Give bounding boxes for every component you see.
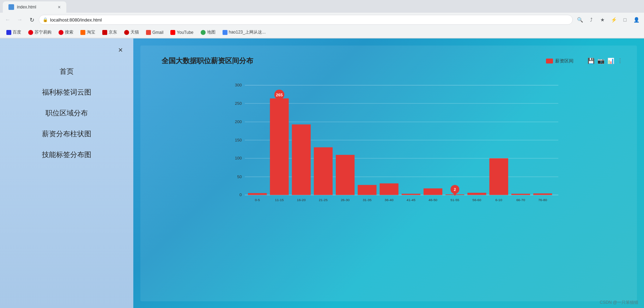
bookmark-hao123[interactable]: hao123_上网从这... (220, 28, 269, 36)
bookmark-button[interactable]: ★ (597, 15, 607, 25)
bookmark-map[interactable]: 地图 (198, 28, 218, 36)
lock-icon: 🔒 (43, 17, 48, 22)
svg-text:6-10: 6-10 (495, 198, 502, 202)
taobao-favicon (80, 30, 85, 35)
bar-46-50 (424, 188, 442, 195)
bookmark-youtube[interactable]: YouTube (168, 29, 196, 36)
bar-41-45 (402, 194, 420, 195)
svg-text:265: 265 (276, 93, 283, 97)
nav-salary-bar[interactable]: 薪资分布柱状图 (42, 129, 91, 139)
search-icon-btn[interactable]: 🔍 (575, 15, 585, 25)
svg-text:150: 150 (235, 138, 242, 142)
svg-text:250: 250 (235, 101, 242, 105)
hao123-favicon (223, 30, 227, 35)
svg-text:0: 0 (239, 193, 242, 197)
svg-text:0-5: 0-5 (255, 198, 260, 202)
svg-text:11-15: 11-15 (275, 198, 284, 202)
bookmark-tianmao[interactable]: 天猫 (121, 28, 142, 36)
bookmark-baidu[interactable]: 百度 (4, 28, 24, 36)
tianmao-favicon (124, 30, 129, 35)
reload-button[interactable]: ↻ (27, 15, 37, 25)
chart-area: 全国大数据职位薪资区间分布 薪资区间 💾 📷 📊 ⋮ (133, 38, 644, 308)
image-icon[interactable]: 📷 (597, 58, 604, 64)
forward-button[interactable]: → (15, 15, 25, 25)
download-icon[interactable]: 💾 (588, 58, 595, 64)
sidebar-nav: 首页 福利标签词云图 职位区域分布 薪资分布柱状图 技能标签分布图 (0, 67, 133, 159)
bookmark-jd[interactable]: 京东 (99, 28, 120, 36)
svg-text:200: 200 (235, 120, 242, 124)
svg-text:41-45: 41-45 (407, 198, 416, 202)
map-favicon (201, 30, 206, 35)
search-favicon (59, 30, 63, 35)
svg-text:16-20: 16-20 (297, 198, 306, 202)
back-button[interactable]: ← (3, 15, 13, 25)
bar-36-40 (379, 183, 398, 195)
extensions-button[interactable]: ⚡ (609, 15, 619, 25)
address-text: localhost:8080/index.html (50, 17, 102, 23)
chart-svg-wrapper: 300 250 200 150 100 50 (162, 73, 623, 215)
toolbar-icons: 🔍 ⤴ ★ ⚡ □ 👤 (575, 15, 641, 25)
map-label: 地图 (207, 29, 215, 35)
jd-label: 京东 (109, 29, 117, 35)
bar-26-30 (336, 155, 354, 195)
address-bar[interactable]: 🔒 localhost:8080/index.html (39, 15, 573, 25)
suning-favicon (28, 30, 33, 35)
active-tab[interactable]: index.html × (3, 1, 66, 13)
chart-title: 全国大数据职位薪资区间分布 (162, 56, 253, 66)
profile-button[interactable]: 👤 (631, 15, 641, 25)
nav-welfare-cloud[interactable]: 福利标签词云图 (42, 87, 91, 97)
chart-toolbar-icons: 💾 📷 📊 ⋮ (588, 58, 623, 64)
bar-6-10 (490, 158, 508, 195)
bar-11-15 (270, 98, 288, 195)
bookmarks-bar: 百度 苏宁易购 搜索 淘宝 京东 天猫 Gmail YouTube (0, 27, 644, 38)
bar-66-70 (511, 194, 530, 195)
sidebar: × 首页 福利标签词云图 职位区域分布 薪资分布柱状图 技能标签分布图 (0, 38, 133, 308)
chart-legend: 薪资区间 (546, 58, 573, 64)
bar-chart-icon[interactable]: 📊 (607, 58, 614, 64)
chart-title-row: 全国大数据职位薪资区间分布 薪资区间 💾 📷 📊 ⋮ (162, 56, 623, 66)
more-icon[interactable]: ⋮ (617, 58, 623, 64)
svg-text:46-50: 46-50 (429, 198, 438, 202)
bookmark-suning[interactable]: 苏宁易购 (25, 28, 54, 36)
sidebar-close-button[interactable]: × (118, 46, 123, 55)
svg-text:56-60: 56-60 (473, 198, 482, 202)
share-button[interactable]: ⤴ (586, 15, 596, 25)
bar-chart-svg: 300 250 200 150 100 50 (162, 73, 623, 214)
svg-text:50: 50 (237, 175, 242, 179)
gmail-label: Gmail (152, 30, 163, 35)
svg-text:21-25: 21-25 (319, 198, 328, 202)
nav-skill-dist[interactable]: 技能标签分布图 (42, 150, 91, 159)
tianmao-label: 天猫 (130, 29, 139, 35)
nav-home[interactable]: 首页 (60, 67, 74, 76)
svg-text:76-80: 76-80 (538, 198, 547, 202)
bar-76-80 (533, 193, 552, 195)
svg-text:36-40: 36-40 (385, 198, 394, 202)
bookmark-taobao[interactable]: 淘宝 (78, 28, 98, 36)
nav-region-dist[interactable]: 职位区域分布 (45, 108, 88, 118)
hao123-label: hao123_上网从这... (229, 29, 266, 35)
content-area: × 首页 福利标签词云图 职位区域分布 薪资分布柱状图 技能标签分布图 全国大数… (0, 38, 644, 308)
youtube-favicon (170, 30, 175, 35)
tab-close-button[interactable]: × (58, 4, 61, 10)
suning-label: 苏宁易购 (35, 29, 51, 35)
svg-text:100: 100 (235, 156, 242, 160)
legend-label: 薪资区间 (555, 58, 573, 64)
gmail-favicon (146, 30, 151, 35)
bar-56-60 (467, 193, 486, 195)
bookmark-search[interactable]: 搜索 (56, 28, 76, 36)
tab-favicon (8, 4, 14, 10)
youtube-label: YouTube (177, 30, 193, 35)
svg-text:66-70: 66-70 (516, 198, 525, 202)
svg-text:300: 300 (235, 83, 242, 87)
bookmark-gmail[interactable]: Gmail (143, 29, 166, 36)
bar-21-25 (314, 147, 333, 195)
svg-text:31-35: 31-35 (363, 198, 372, 202)
jd-favicon (102, 30, 107, 35)
browser-tabs: index.html × (0, 0, 644, 13)
watermark: CSDN @一只笨猫猫 (600, 300, 638, 306)
bar-31-35 (358, 185, 376, 195)
tab-title: index.html (17, 5, 36, 10)
svg-text:2: 2 (454, 187, 456, 192)
bar-16-20 (292, 125, 311, 195)
window-button[interactable]: □ (620, 15, 630, 25)
